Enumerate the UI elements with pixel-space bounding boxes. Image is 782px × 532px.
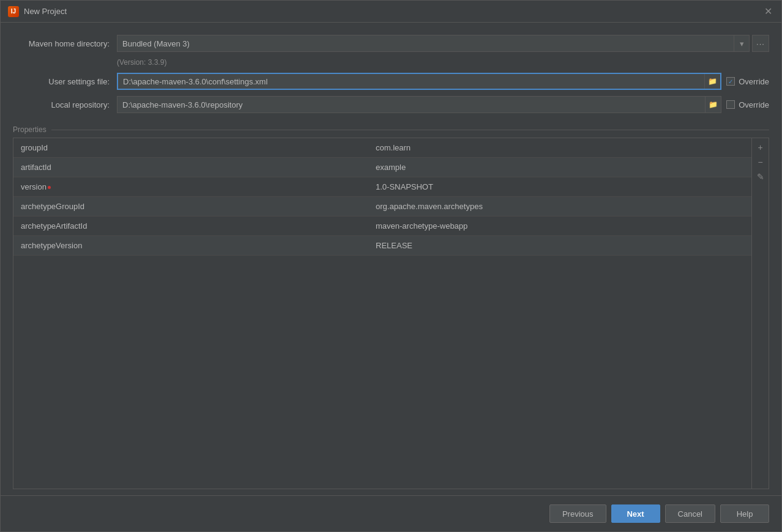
local-repo-input[interactable]	[117, 97, 705, 113]
prop-key: archetypeArtifactId	[13, 221, 368, 231]
local-repo-folder-button[interactable]: 📁	[705, 97, 721, 113]
local-repo-override-checkbox[interactable]	[726, 100, 735, 109]
maven-home-select[interactable]: ▾	[117, 35, 750, 52]
maven-home-field: ▾ ···	[117, 35, 769, 52]
prop-value: org.apache.maven.archetypes	[368, 202, 751, 211]
properties-table: groupIdcom.learnartifactIdexampleversion…	[13, 138, 751, 489]
local-repo-field: 📁 Override	[117, 96, 769, 113]
user-settings-override-checkbox[interactable]	[726, 77, 735, 86]
user-settings-folder-button[interactable]: 📁	[704, 74, 720, 89]
next-button[interactable]: Next	[611, 504, 660, 523]
prop-value: com.learn	[368, 143, 751, 152]
table-row[interactable]: archetypeArtifactIdmaven-archetype-webap…	[13, 216, 751, 236]
help-button[interactable]: Help	[720, 504, 769, 523]
prop-key: archetypeVersion	[13, 241, 368, 250]
dialog-footer: Previous Next Cancel Help	[1, 495, 781, 531]
prop-key: artifactId	[13, 163, 368, 172]
cancel-button[interactable]: Cancel	[665, 504, 715, 523]
title-bar-left: IJ New Project	[8, 6, 67, 17]
previous-button[interactable]: Previous	[549, 504, 606, 523]
close-button[interactable]: ✕	[762, 6, 774, 18]
user-settings-input-wrapper: 📁	[117, 73, 721, 90]
user-settings-row: User settings file: 📁 Override	[13, 73, 769, 90]
local-repo-label: Local repository:	[13, 100, 117, 109]
local-repo-override-label: Override	[739, 100, 769, 109]
user-settings-field: 📁 Override	[117, 73, 769, 90]
table-row[interactable]: groupIdcom.learn	[13, 138, 751, 158]
prop-key: groupId	[13, 143, 368, 152]
table-row[interactable]: artifactIdexample	[13, 158, 751, 177]
title-bar: IJ New Project ✕	[1, 1, 781, 23]
prop-key: version	[13, 182, 368, 191]
prop-key: archetypeGroupId	[13, 202, 368, 211]
table-row[interactable]: version1.0-SNAPSHOT	[13, 177, 751, 197]
prop-value: example	[368, 163, 751, 172]
maven-version-text: (Version: 3.3.9)	[117, 58, 769, 67]
table-row[interactable]: archetypeGroupIdorg.apache.maven.archety…	[13, 197, 751, 216]
properties-title: Properties	[13, 125, 47, 134]
table-actions: + − ✎	[751, 138, 769, 489]
maven-home-dropdown[interactable]: ▾	[734, 35, 750, 52]
properties-table-wrapper: groupIdcom.learnartifactIdexampleversion…	[13, 138, 769, 489]
maven-home-label: Maven home directory:	[13, 39, 117, 48]
dialog-title: New Project	[24, 7, 67, 16]
edit-property-button[interactable]: ✎	[754, 170, 767, 183]
app-icon: IJ	[8, 6, 19, 17]
local-repo-override-row: Override	[726, 100, 769, 109]
prop-value: RELEASE	[368, 241, 751, 250]
maven-home-row: Maven home directory: ▾ ···	[13, 35, 769, 52]
table-row[interactable]: archetypeVersionRELEASE	[13, 236, 751, 256]
properties-header: Properties	[13, 125, 769, 134]
dialog-content: Maven home directory: ▾ ··· (Version: 3.…	[1, 23, 781, 495]
prop-value: 1.0-SNAPSHOT	[368, 182, 751, 191]
user-settings-input[interactable]	[118, 74, 704, 89]
maven-home-input[interactable]	[117, 35, 734, 52]
user-settings-override-label: Override	[739, 77, 769, 86]
remove-property-button[interactable]: −	[754, 155, 767, 169]
local-repo-input-wrapper: 📁	[117, 96, 721, 113]
user-settings-label: User settings file:	[13, 77, 117, 86]
error-dot	[48, 186, 51, 189]
prop-value: maven-archetype-webapp	[368, 221, 751, 231]
properties-section: Properties groupIdcom.learnartifactIdexa…	[13, 125, 769, 489]
add-property-button[interactable]: +	[754, 141, 767, 154]
user-settings-override-row: Override	[726, 77, 769, 86]
new-project-dialog: IJ New Project ✕ Maven home directory: ▾…	[0, 0, 782, 532]
maven-home-ellipsis-button[interactable]: ···	[752, 35, 769, 52]
local-repo-row: Local repository: 📁 Override	[13, 96, 769, 113]
